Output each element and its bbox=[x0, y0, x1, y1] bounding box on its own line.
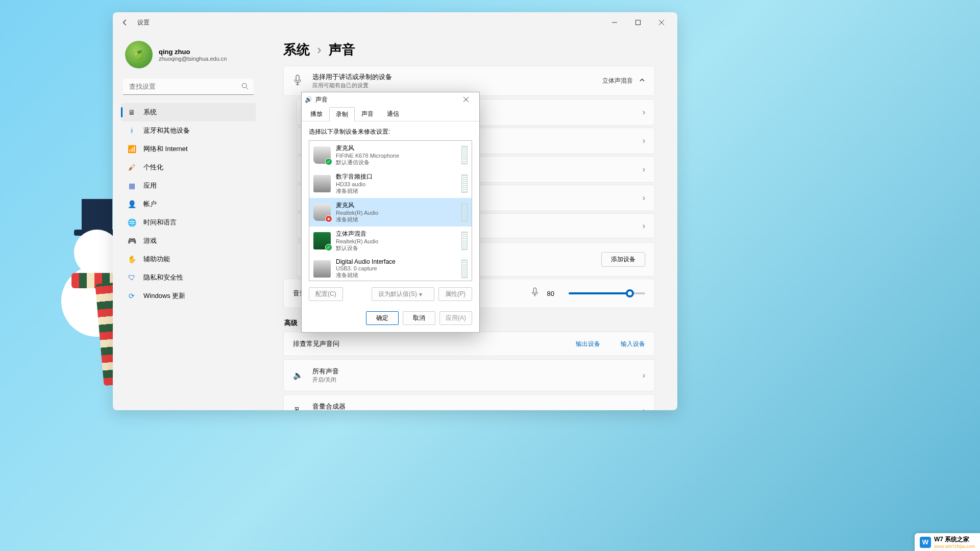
configure-button[interactable]: 配置(C) bbox=[309, 287, 343, 301]
chevron-right-icon: › bbox=[643, 193, 645, 203]
breadcrumb-leaf: 声音 bbox=[329, 41, 355, 59]
chevron-right-icon: › bbox=[317, 42, 322, 58]
breadcrumb: 系统 › 声音 bbox=[283, 41, 655, 59]
titlebar: 设置 bbox=[113, 12, 677, 33]
dialog-tab-1[interactable]: 录制 bbox=[329, 107, 355, 121]
volume-value: 80 bbox=[547, 290, 554, 297]
minimize-button[interactable] bbox=[603, 14, 626, 31]
sidebar-item-1[interactable]: ᚼ蓝牙和其他设备 bbox=[121, 121, 256, 140]
recording-device-row[interactable]: 数字音频接口HD33 audio准备就绪 bbox=[309, 169, 472, 198]
sidebar-item-10[interactable]: ⟳Windows 更新 bbox=[121, 287, 256, 305]
maximize-button[interactable] bbox=[626, 14, 650, 31]
microphone-icon bbox=[293, 74, 304, 88]
sidebar-item-5[interactable]: 👤帐户 bbox=[121, 195, 256, 213]
output-devices-link[interactable]: 输出设备 bbox=[576, 340, 600, 348]
status-badge-icon: ● bbox=[325, 215, 332, 222]
input-devices-link[interactable]: 输入设备 bbox=[621, 340, 645, 348]
nav-label: 个性化 bbox=[143, 163, 163, 172]
nav-list: 🖥系统ᚼ蓝牙和其他设备📶网络和 Internet🖌个性化▦应用👤帐户🌐时间和语言… bbox=[121, 103, 256, 305]
speaker-icon: 🔊 bbox=[305, 96, 312, 103]
nav-label: 应用 bbox=[143, 181, 157, 190]
device-icon: ✓ bbox=[313, 146, 331, 164]
sidebar: 🍏 qing zhuo zhuoqing@tsinghua.edu.cn 🖥系统… bbox=[113, 33, 261, 410]
minimize-icon bbox=[612, 20, 617, 25]
sidebar-item-7[interactable]: 🎮游戏 bbox=[121, 232, 256, 250]
watermark: W W7 系统之家 www.win7zhijia.com bbox=[915, 533, 980, 551]
section-value: 立体声混音 bbox=[602, 77, 633, 85]
mixer-card[interactable]: 🎚 音量合成器 应用程序音量混合、应用程序输入和输出设备 › bbox=[283, 394, 655, 410]
nav-label: 隐私和安全性 bbox=[143, 273, 183, 282]
sidebar-item-4[interactable]: ▦应用 bbox=[121, 177, 256, 195]
section-title: 选择用于讲话或录制的设备 bbox=[312, 72, 392, 82]
mixer-icon: 🎚 bbox=[293, 406, 304, 411]
nav-label: 辅助功能 bbox=[143, 255, 170, 264]
ok-button[interactable]: 确定 bbox=[366, 311, 399, 325]
chevron-right-icon: › bbox=[643, 406, 645, 411]
chevron-right-icon: › bbox=[643, 371, 645, 380]
svg-rect-4 bbox=[296, 75, 299, 81]
chevron-right-icon: › bbox=[643, 165, 645, 174]
all-devices-card[interactable]: 🔈 所有声音 开启/关闭 › bbox=[283, 359, 655, 391]
nav-icon: ⟳ bbox=[127, 291, 136, 300]
level-meter bbox=[461, 260, 468, 278]
dialog-close-button[interactable] bbox=[456, 93, 476, 106]
speaker-icon: 🔈 bbox=[293, 370, 304, 380]
level-meter bbox=[461, 174, 468, 193]
sidebar-item-3[interactable]: 🖌个性化 bbox=[121, 158, 256, 177]
device-icon: ● bbox=[313, 204, 331, 221]
nav-icon: ᚼ bbox=[127, 126, 136, 135]
troubleshoot-label: 排查常见声音问 bbox=[293, 339, 339, 348]
volume-slider[interactable] bbox=[569, 292, 645, 294]
dialog-tab-3[interactable]: 通信 bbox=[380, 107, 406, 121]
breadcrumb-root[interactable]: 系统 bbox=[283, 41, 310, 59]
close-button[interactable] bbox=[650, 14, 673, 31]
sidebar-item-6[interactable]: 🌐时间和语言 bbox=[121, 213, 256, 232]
nav-icon: ✋ bbox=[127, 255, 136, 264]
device-icon bbox=[313, 175, 331, 192]
sidebar-item-0[interactable]: 🖥系统 bbox=[121, 103, 256, 121]
avatar: 🍏 bbox=[125, 41, 153, 68]
dialog-tab-0[interactable]: 播放 bbox=[304, 107, 329, 121]
cancel-button[interactable]: 取消 bbox=[403, 311, 435, 325]
nav-label: 游戏 bbox=[143, 236, 157, 245]
nav-label: 时间和语言 bbox=[143, 218, 177, 227]
level-meter bbox=[461, 232, 468, 250]
device-icon: ✓ bbox=[313, 232, 331, 249]
dialog-titlebar: 🔊 声音 bbox=[302, 92, 479, 107]
profile-name: qing zhuo bbox=[159, 48, 227, 56]
arrow-left-icon bbox=[121, 19, 129, 26]
nav-icon: 👤 bbox=[127, 199, 136, 209]
troubleshoot-card: 排查常见声音问 输出设备 输入设备 bbox=[283, 332, 655, 356]
window-title: 设置 bbox=[137, 18, 150, 27]
nav-icon: 📶 bbox=[127, 144, 136, 154]
set-default-button[interactable]: 设为默认值(S) ▾ bbox=[372, 287, 434, 301]
recording-device-row[interactable]: ✓ 麦克风FIFINE K678 Microphone默认通信设备 bbox=[309, 141, 472, 169]
search-input[interactable] bbox=[123, 79, 254, 95]
back-button[interactable] bbox=[117, 14, 133, 31]
close-icon bbox=[463, 97, 469, 102]
sound-dialog: 🔊 声音 播放录制声音通信 选择以下录制设备来修改设置: ✓ 麦克风FIFINE… bbox=[301, 92, 480, 333]
add-device-button[interactable]: 添加设备 bbox=[601, 252, 645, 267]
dialog-tabs: 播放录制声音通信 bbox=[302, 107, 479, 121]
recording-device-row[interactable]: ● 麦克风Realtek(R) Audio准备就绪 bbox=[309, 198, 472, 227]
user-profile[interactable]: 🍏 qing zhuo zhuoqing@tsinghua.edu.cn bbox=[121, 33, 256, 79]
mic-icon bbox=[531, 287, 539, 299]
svg-line-3 bbox=[246, 87, 248, 89]
dialog-instruction: 选择以下录制设备来修改设置: bbox=[309, 128, 472, 136]
chevron-right-icon: › bbox=[643, 221, 645, 231]
svg-rect-1 bbox=[636, 20, 641, 25]
dialog-title: 声音 bbox=[315, 95, 328, 104]
device-icon bbox=[313, 260, 331, 278]
sidebar-item-9[interactable]: 🛡隐私和安全性 bbox=[121, 268, 256, 287]
status-badge-icon: ✓ bbox=[325, 158, 332, 165]
search-icon bbox=[241, 83, 249, 92]
chevron-right-icon: › bbox=[643, 108, 645, 117]
properties-button[interactable]: 属性(P) bbox=[438, 287, 472, 301]
sidebar-item-8[interactable]: ✋辅助功能 bbox=[121, 250, 256, 268]
nav-icon: 🌐 bbox=[127, 218, 136, 227]
apply-button[interactable]: 应用(A) bbox=[439, 311, 472, 325]
recording-device-row[interactable]: ✓ 立体声混音Realtek(R) Audio默认设备 bbox=[309, 227, 472, 255]
recording-device-row[interactable]: Digital Audio InterfaceUSB3. 0 capture准备… bbox=[309, 255, 472, 281]
sidebar-item-2[interactable]: 📶网络和 Internet bbox=[121, 140, 256, 158]
dialog-tab-2[interactable]: 声音 bbox=[355, 107, 380, 121]
